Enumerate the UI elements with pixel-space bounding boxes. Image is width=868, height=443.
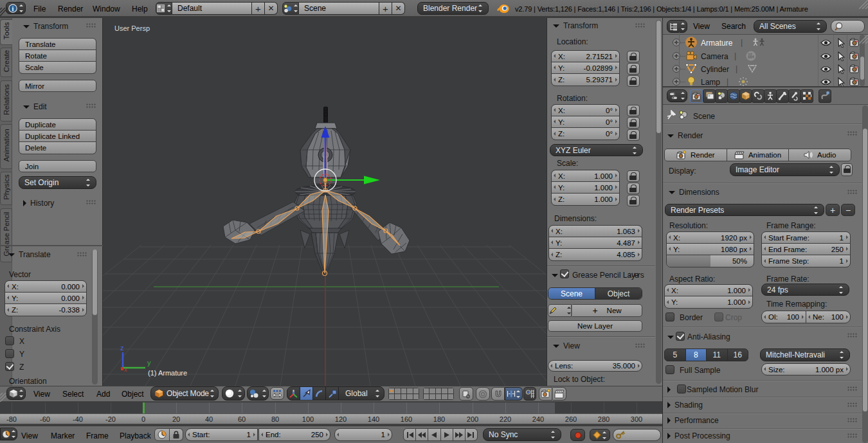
svg-text:y: y xyxy=(147,359,151,366)
svg-text:User Persp: User Persp xyxy=(114,24,150,32)
svg-text:x: x xyxy=(124,366,127,373)
svg-text:(1) Armature: (1) Armature xyxy=(148,369,187,377)
svg-text:z: z xyxy=(120,344,124,352)
svg-text:i: i xyxy=(12,5,14,12)
